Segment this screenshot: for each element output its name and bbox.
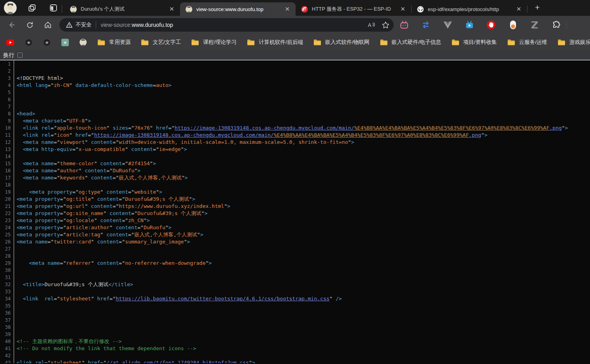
line-content [14, 309, 17, 317]
bookmark-folder[interactable]: 项目/资料收集 [452, 39, 497, 46]
tab-duruofu-home[interactable]: Duruofu's 个人测试 ✕ [65, 2, 180, 16]
address-separator [96, 21, 96, 28]
toggle-pill-extension-icon[interactable] [508, 20, 518, 30]
adblock-hand-extension-icon[interactable] [486, 20, 496, 30]
chatgpt-bookmark[interactable]: ✳ [25, 38, 32, 46]
youtube-bookmark[interactable] [6, 38, 14, 46]
bookmark-folder[interactable]: 常用资源 [97, 39, 131, 46]
refresh-button[interactable] [23, 18, 36, 32]
source-line: 15 <meta name="theme-color" content="#2f… [0, 160, 590, 167]
chatgpt-bookmark[interactable]: ✳ [43, 38, 51, 46]
line-content: <meta property="og:url" content="https:/… [14, 203, 230, 210]
line-number: 13 [0, 146, 14, 153]
source-line: 38 [0, 324, 590, 331]
source-link[interactable]: .png [469, 132, 481, 138]
line-number: 37 [0, 317, 14, 324]
tab-close-button[interactable]: ✕ [283, 5, 292, 13]
source-line: 7 [0, 103, 590, 110]
bookmark-folder[interactable]: 云服务/运维 [507, 39, 547, 46]
titlebar: Duruofu's 个人测试 ✕ view-source:www.duruofu… [0, 0, 590, 16]
line-number: 25 [0, 231, 14, 238]
chatgpt-green-bookmark[interactable]: ✳ [61, 38, 69, 46]
line-number: 1 [0, 60, 14, 68]
tab-close-button[interactable]: ✕ [167, 5, 176, 13]
line-number: 42 [0, 352, 14, 359]
bookmark-folder-label: 计算机软件/前后端 [259, 39, 303, 46]
bookmarks-bar: ✳ ✳ ✳ 常用资源文艺/文字工课程/理论学习计算机软件/前后端嵌入式软件/物联… [0, 34, 590, 51]
home-button[interactable] [41, 18, 55, 32]
source-link[interactable]: https://image-1308319148.cos.ap-chengdu.… [175, 125, 354, 131]
bookmark-folder[interactable]: 课程/理论学习 [191, 39, 237, 46]
source-link[interactable]: https://image-1308319148.cos.ap-chengdu.… [94, 132, 274, 138]
avatar-icon [4, 2, 17, 14]
tv-pink-extension-icon[interactable] [399, 20, 409, 30]
line-number: 4 [0, 82, 14, 89]
security-label[interactable]: 不安全 [76, 21, 92, 28]
tab-esp32-docs[interactable]: HTTP 服务器 - ESP32 - — ESP-ID ✕ [296, 2, 411, 16]
address-bar[interactable]: 不安全 view-source:www.duruofu.top A [59, 18, 394, 32]
avatar-bookmark[interactable] [79, 38, 87, 46]
line-number: 9 [0, 117, 14, 124]
tab-close-button[interactable]: ✕ [398, 5, 407, 13]
favorite-star-icon[interactable] [381, 21, 390, 29]
line-content: <meta http-equiv="x-ua-compatible" conte… [14, 146, 187, 153]
line-content [14, 96, 17, 103]
source-link[interactable]: %E4%B8%AA%E4%BA%BA%E5%A4%B4%E5%83%8F%E6%… [354, 125, 549, 131]
bookmark-folder[interactable]: 计算机软件/前后端 [247, 39, 303, 46]
line-number: 29 [0, 260, 14, 267]
line-number: 21 [0, 203, 14, 210]
workspaces-button[interactable] [26, 2, 38, 14]
source-link[interactable]: https://lib.baomitu.com/twitter-bootstra… [116, 296, 330, 302]
new-tab-button[interactable]: + [531, 2, 543, 13]
source-line: 28 [0, 253, 590, 260]
vue-devtools-extension-icon[interactable] [443, 20, 452, 30]
source-line: 26<meta name="twitter:card" content="sum… [0, 238, 590, 245]
source-line: 16 <meta name="author" content="DuRuofu"… [0, 167, 590, 174]
line-content: <meta name="referrer" content="no-referr… [14, 260, 212, 267]
tab-view-source[interactable]: view-source:www.duruofu.top ✕ [180, 2, 296, 16]
sync-arrows-extension-icon[interactable] [421, 20, 431, 30]
line-content: <html lang="zh-CN" data-default-color-sc… [14, 82, 171, 89]
line-content: <meta name="theme-color" content="#2f415… [14, 160, 156, 167]
source-line: 12 <meta name="viewport" content="width=… [0, 139, 590, 146]
line-wrap-checkbox[interactable] [17, 53, 23, 58]
tab-layout-button[interactable] [47, 2, 59, 14]
line-content [14, 274, 17, 281]
line-number: 23 [0, 217, 14, 224]
line-number: 11 [0, 132, 14, 139]
bookmark-folder[interactable]: 文艺/文字工 [141, 39, 181, 46]
tabstrip-separator [62, 5, 62, 13]
bookmark-folder-label: 嵌入式软件/物联网 [325, 39, 370, 46]
source-line: 4<html lang="zh-CN" data-default-color-s… [0, 82, 590, 89]
source-code-view[interactable]: 123<!DOCTYPE html>4<html lang="zh-CN" da… [0, 60, 590, 363]
source-link[interactable]: //at.alicdn.com/t/font_1749284_hi8rtpfz7… [106, 360, 249, 363]
tab-close-button[interactable]: ✕ [514, 5, 523, 13]
source-line: 40<!-- 主题依赖的图标库，不要自行修改 --> [0, 338, 590, 345]
svg-text:A: A [368, 22, 372, 28]
bookmark-folder[interactable]: 嵌入式硬件/电子信息 [380, 39, 441, 46]
profile-avatar[interactable] [4, 2, 17, 14]
source-line: 2 [0, 68, 590, 75]
tab-title: Duruofu's 个人测试 [81, 6, 167, 13]
folder-icon [558, 39, 565, 45]
line-content: <meta charset="UTF-8"> [14, 117, 91, 124]
line-number: 31 [0, 274, 14, 281]
source-line: 5 [0, 89, 590, 96]
line-content [14, 288, 17, 295]
source-link[interactable]: .png [549, 125, 562, 131]
tab-github-espidf[interactable]: esp-idf/examples/protocols/http ✕ [412, 2, 527, 16]
line-number: 18 [0, 181, 14, 189]
toolbar: 不安全 view-source:www.duruofu.top A [0, 16, 590, 34]
video-tv-extension-icon[interactable] [465, 20, 474, 30]
bookmark-folder[interactable]: 嵌入式软件/物联网 [313, 39, 370, 46]
back-button[interactable] [5, 18, 18, 32]
line-number: 34 [0, 295, 14, 302]
source-link[interactable]: %E4%B8%AA%E4%BA%BA%E5%A4%B4%E5%83%8F%E6%… [274, 132, 469, 138]
read-aloud-icon[interactable]: A [367, 21, 376, 29]
zotero-extension-icon[interactable] [530, 20, 539, 30]
extensions-menu-icon[interactable] [552, 20, 561, 30]
source-line: 3<!DOCTYPE html> [0, 75, 590, 82]
line-number: 38 [0, 324, 14, 331]
bookmark-folder[interactable]: 游戏娱乐 [558, 39, 590, 46]
source-line: 42 [0, 352, 590, 359]
